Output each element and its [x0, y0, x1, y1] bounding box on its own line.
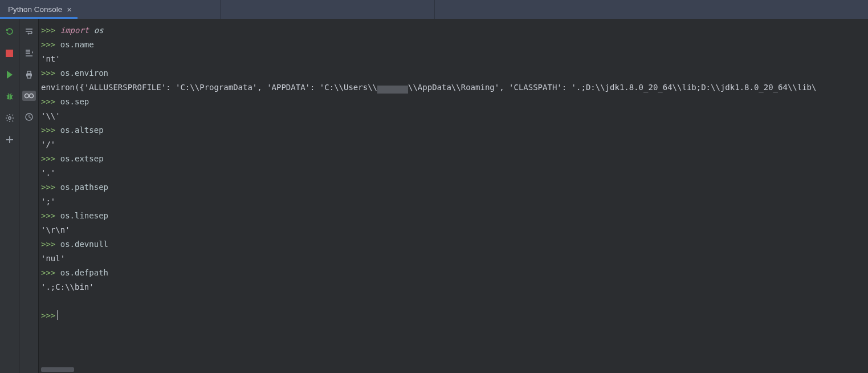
console-line: '/' — [41, 137, 868, 152]
console-line: ';' — [41, 194, 868, 209]
history-icon — [25, 112, 34, 121]
print-icon — [25, 70, 34, 79]
console-line: >>> os.defpath — [41, 266, 868, 280]
tab-title: Python Console — [8, 5, 62, 14]
rerun-icon — [5, 27, 14, 36]
console-line: >>> os.altsep — [41, 123, 868, 137]
console-line: >>> os.devnull — [41, 237, 868, 252]
tabbar-spacer — [78, 0, 220, 19]
svg-rect-0 — [6, 50, 13, 57]
svg-point-3 — [8, 117, 10, 119]
scrollbar-thumb[interactable] — [41, 367, 74, 372]
console-line: >>> import os — [41, 23, 868, 38]
svg-rect-6 — [27, 75, 31, 78]
run-button[interactable] — [4, 69, 15, 80]
console-line: >>> os.sep — [41, 95, 868, 109]
text-cursor — [57, 310, 58, 320]
print-button[interactable] — [23, 69, 35, 80]
python-console[interactable]: >>> import os>>> os.name'nt'>>> os.envir… — [39, 19, 868, 367]
scroll-to-end-icon — [25, 48, 34, 58]
stop-icon — [6, 50, 13, 57]
debug-icon — [5, 92, 14, 101]
scroll-to-end-button[interactable] — [23, 47, 35, 59]
console-toolbar-left — [0, 19, 19, 373]
console-line — [41, 294, 868, 309]
new-console-button[interactable] — [4, 134, 15, 145]
console-line: environ({'ALLUSERSPROFILE': 'C:\\Program… — [41, 80, 868, 95]
settings-icon — [5, 113, 14, 123]
close-tab-icon[interactable]: × — [67, 5, 72, 14]
console-line: '.;C:\\bin' — [41, 280, 868, 294]
console-line: >>> os.extsep — [41, 152, 868, 166]
console-line: '\r\n' — [41, 223, 868, 237]
main-row: >>> import os>>> os.name'nt'>>> os.envir… — [0, 19, 868, 373]
show-variables-button[interactable] — [22, 91, 36, 101]
add-icon — [6, 136, 14, 144]
console-line: >>> os.linesep — [41, 209, 868, 223]
redacted-username — [377, 86, 408, 94]
console-line: >>> os.name — [41, 38, 868, 52]
console-toolbar-right — [19, 19, 39, 373]
horizontal-scrollbar[interactable] — [39, 367, 868, 373]
console-line: 'nt' — [41, 52, 868, 66]
console-line: 'nul' — [41, 252, 868, 266]
console-line: >>> — [41, 309, 868, 323]
soft-wrap-icon — [25, 27, 34, 36]
stop-button[interactable] — [4, 47, 15, 59]
console-line: '\\' — [41, 109, 868, 123]
settings-button[interactable] — [4, 112, 15, 124]
svg-rect-5 — [27, 71, 31, 74]
console-line: >>> os.environ — [41, 66, 868, 80]
debug-button[interactable] — [4, 91, 15, 102]
tab-python-console[interactable]: Python Console × — [0, 0, 78, 19]
rerun-button[interactable] — [4, 26, 15, 37]
tool-window-tabbar: Python Console × — [0, 0, 868, 19]
console-line: '.' — [41, 166, 868, 180]
tabbar-far-right-region — [435, 0, 868, 19]
soft-wrap-button[interactable] — [23, 26, 35, 37]
console-wrap: >>> import os>>> os.name'nt'>>> os.envir… — [39, 19, 868, 373]
history-button[interactable] — [23, 111, 35, 123]
svg-point-8 — [29, 94, 33, 98]
console-line: >>> os.pathsep — [41, 180, 868, 194]
tabbar-right-region — [221, 0, 434, 19]
show-vars-icon — [24, 92, 34, 99]
run-icon — [6, 71, 14, 79]
svg-point-7 — [25, 94, 28, 98]
